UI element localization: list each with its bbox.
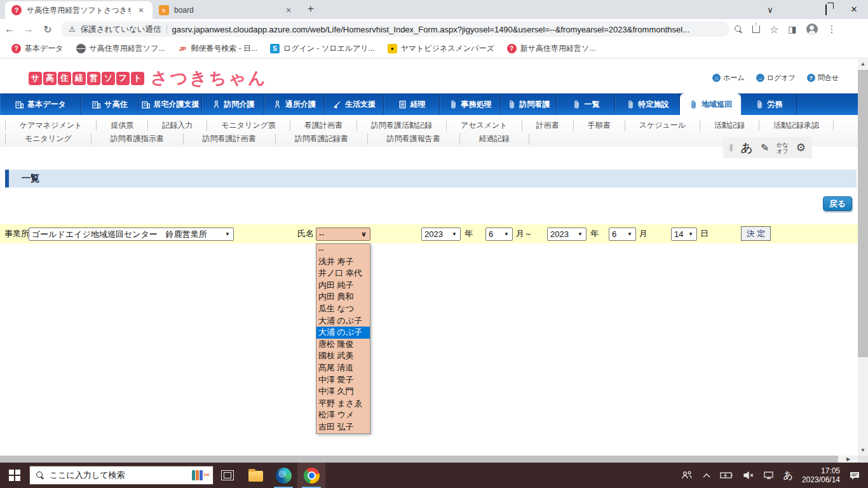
forward-icon[interactable]: →: [19, 24, 38, 35]
scroll-down-arrow-icon[interactable]: ▼: [858, 445, 868, 456]
nav-item[interactable]: 訪問看護: [501, 93, 557, 115]
header-link[interactable]: ログオフ: [756, 73, 796, 83]
back-icon[interactable]: ←: [0, 24, 19, 35]
submenu-item[interactable]: 訪問看護計画書: [184, 133, 276, 144]
menu-icon[interactable]: ⋮: [827, 24, 837, 35]
bookmark[interactable]: サ高住専用経営ソフ...: [71, 43, 170, 54]
submenu-item[interactable]: 経過記録: [460, 133, 529, 144]
ime-indicator[interactable]: あ: [783, 470, 793, 482]
notification-icon[interactable]: [849, 471, 860, 480]
name-option[interactable]: 吉田 弘子: [316, 421, 370, 433]
close-button[interactable]: ×: [840, 3, 868, 16]
back-button[interactable]: 戻る: [823, 196, 852, 211]
submenu-item[interactable]: スケジュール: [625, 120, 700, 131]
vertical-scroll-thumb[interactable]: [858, 70, 868, 357]
submenu-item[interactable]: モニタリング票: [207, 120, 290, 131]
side-panel-icon[interactable]: ◨: [788, 24, 796, 34]
nav-item[interactable]: 通所介護: [264, 93, 325, 115]
volume-muted-icon[interactable]: [743, 471, 754, 480]
ime-mode-icon[interactable]: あ: [740, 140, 752, 156]
name-option[interactable]: 中澤 久門: [316, 386, 370, 398]
tab-close-icon[interactable]: ×: [136, 5, 146, 15]
hidden-icons-chevron-icon[interactable]: [702, 472, 711, 478]
bookmark[interactable]: 新サ高住専用経営ソ...: [502, 43, 601, 54]
name-option[interactable]: 唐松 隆俊: [316, 339, 370, 351]
name-option[interactable]: 平野 まさゑ: [316, 398, 370, 410]
zoom-icon[interactable]: [735, 25, 743, 34]
submenu-item[interactable]: 活動記録承認: [759, 120, 834, 131]
horizontal-scroll-thumb[interactable]: [0, 456, 838, 463]
name-option[interactable]: 髙尾 清道: [316, 362, 370, 374]
header-link[interactable]: 問合せ: [807, 73, 839, 83]
tab-close-icon[interactable]: ×: [283, 5, 294, 15]
name-option[interactable]: --: [316, 244, 370, 256]
new-tab-button[interactable]: +: [308, 3, 314, 15]
scroll-up-arrow-icon[interactable]: ▲: [858, 59, 868, 69]
name-option[interactable]: 内田 純子: [316, 280, 370, 292]
network-icon[interactable]: [763, 471, 775, 480]
submenu-item[interactable]: 看護計画書: [290, 120, 357, 131]
name-option[interactable]: 瓜生 なつ: [316, 303, 370, 315]
bookmark[interactable]: 基本データ: [6, 43, 69, 54]
nav-item[interactable]: 訪問介護: [202, 93, 264, 115]
battery-icon[interactable]: [720, 471, 734, 480]
decide-button[interactable]: 決 定: [741, 226, 771, 241]
ime-settings-gear-icon[interactable]: ⚙: [796, 141, 806, 154]
profile-avatar[interactable]: [806, 24, 818, 35]
clock[interactable]: 17:05 2023/06/14: [802, 466, 840, 484]
nav-item[interactable]: 一覧: [557, 93, 615, 115]
reload-icon[interactable]: ↻: [38, 24, 57, 36]
submenu-item[interactable]: 提供票: [97, 120, 148, 131]
name-option[interactable]: 國枝 武美: [316, 350, 370, 362]
vertical-scrollbar[interactable]: ▲ ▼: [858, 59, 868, 456]
chrome-button[interactable]: [297, 463, 325, 488]
submenu-item[interactable]: モニタリング: [5, 133, 92, 144]
nav-item[interactable]: 地域巡回: [680, 93, 741, 115]
submenu-item[interactable]: 手順書: [574, 120, 625, 131]
bookmark[interactable]: ヤマトビジネスメンバーズ: [383, 43, 499, 54]
name-option[interactable]: 中澤 愛子: [316, 374, 370, 386]
name-option[interactable]: 大浦 のぶ子: [316, 315, 370, 327]
share-icon[interactable]: [752, 25, 760, 33]
browser-tab-board[interactable]: ≡ board ×: [153, 1, 300, 19]
people-icon[interactable]: [681, 470, 693, 480]
submenu-item[interactable]: 訪問看護活動記録: [357, 120, 447, 131]
name-option[interactable]: 内田 典和: [316, 291, 370, 303]
submenu-item[interactable]: 記録入力: [148, 120, 207, 131]
nav-item[interactable]: 生活支援: [325, 93, 384, 115]
submenu-item[interactable]: 訪問看護指示書: [92, 133, 184, 144]
nav-item[interactable]: 事務処理: [440, 93, 501, 115]
submenu-item[interactable]: ケアマネジメント: [5, 120, 97, 131]
ime-kana-toggle[interactable]: かなオフ: [776, 142, 788, 154]
submenu-item[interactable]: アセスメント: [447, 120, 522, 131]
start-button[interactable]: [0, 463, 29, 488]
header-link[interactable]: ホーム: [712, 73, 745, 83]
to-year-select[interactable]: 2023▼: [547, 227, 587, 241]
tab-search-icon[interactable]: ∨: [756, 5, 784, 15]
scroll-right-arrow-icon[interactable]: ▶: [840, 456, 857, 463]
office-select[interactable]: ゴールドエイジ地域巡回センター 鈴鹿営業所▼: [29, 227, 234, 241]
task-view-button[interactable]: [214, 463, 241, 488]
name-option[interactable]: 松澤 ウメ: [316, 409, 370, 421]
file-explorer-button[interactable]: [241, 463, 269, 488]
submenu-item[interactable]: 訪問看護報告書: [368, 133, 460, 144]
bookmark[interactable]: 郵便番号検索 - 日...: [172, 43, 262, 54]
edge-button[interactable]: [269, 463, 297, 488]
ime-drag-handle[interactable]: ‖: [729, 143, 733, 153]
nav-item[interactable]: 居宅介護支援: [139, 93, 202, 115]
from-year-select[interactable]: 2023▼: [421, 227, 461, 241]
nav-item[interactable]: 基本データ: [0, 93, 81, 115]
browser-tab-active[interactable]: ? サ高住専用経営ソフトさつきちゃん ×: [5, 1, 153, 19]
nav-item[interactable]: 労務: [741, 93, 797, 115]
ime-pad-icon[interactable]: ✎: [761, 142, 769, 154]
nav-item[interactable]: 経理: [384, 93, 440, 115]
url-field[interactable]: ⚠ 保護されていない通信 gasrv.japanwest.cloudapp.az…: [61, 22, 729, 37]
bookmark-star-icon[interactable]: ☆: [770, 24, 778, 36]
bookmark[interactable]: ログイン - ソロエルアリ...: [265, 43, 379, 54]
day-select[interactable]: 14▼: [671, 227, 697, 241]
submenu-item[interactable]: 訪問看護記録書: [276, 133, 368, 144]
restore-button[interactable]: [812, 5, 840, 15]
from-month-select[interactable]: 6▼: [485, 227, 513, 241]
name-option[interactable]: 大浦 のぶ子: [316, 327, 370, 339]
nav-item[interactable]: サ高住: [81, 93, 139, 115]
